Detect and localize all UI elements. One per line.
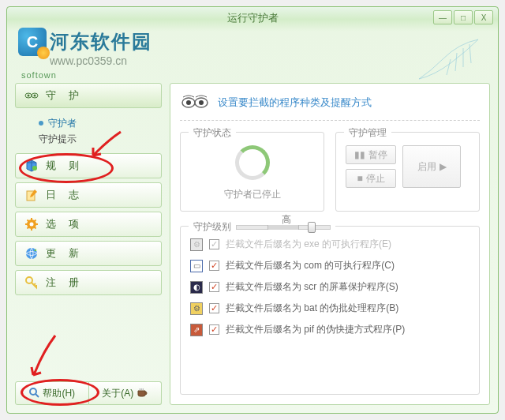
eyes-icon <box>24 88 39 103</box>
key-icon <box>24 275 39 291</box>
nav-label: 日 志 <box>46 188 84 202</box>
checkbox[interactable]: ✓ <box>209 282 219 292</box>
cube-icon <box>24 158 39 174</box>
level-legend-text: 守护级别 <box>193 220 231 234</box>
maximize-button[interactable]: □ <box>454 10 473 24</box>
bullet-icon <box>39 121 43 126</box>
feather-decoration <box>411 36 482 83</box>
rule-text: 拦截文件后缀名为 bat 的伪批处理程序(B) <box>226 302 398 315</box>
nav-guard-subitems: 守护者 守护提示 <box>15 112 162 153</box>
sub-guardian[interactable]: 守护者 <box>39 115 162 131</box>
level-panel: 守护级别 高 ⚙ ✓ 拦截文件后缀名为 exe 的可执行程序(E) ▭ <box>180 226 480 395</box>
note-icon <box>24 187 39 203</box>
panels-row: 守护状态 守护者已停止 守护管理 ▮▮暂停 ■停止 启用▶ <box>180 132 480 212</box>
level-legend: 守护级别 高 <box>189 220 335 234</box>
run-button[interactable]: 启用▶ <box>402 145 461 188</box>
sub-label: 守护者 <box>48 117 77 130</box>
svg-point-4 <box>32 166 37 171</box>
window-title: 运行守护者 <box>227 11 279 25</box>
cup-icon <box>137 387 148 400</box>
spacer <box>15 299 162 381</box>
spinner-icon <box>235 145 270 180</box>
logo-icon: C <box>18 28 47 56</box>
pause-label: 暂停 <box>368 148 387 162</box>
rule-text: 拦截文件后缀名为 scr 的屏幕保护程序(S) <box>226 280 398 294</box>
pause-icon: ▮▮ <box>354 149 365 160</box>
nav-options[interactable]: 选 项 <box>15 212 162 237</box>
magnifier-icon <box>28 387 39 400</box>
rule-exe: ⚙ ✓ 拦截文件后缀名为 exe 的可执行程序(E) <box>190 238 469 251</box>
stop-icon: ■ <box>357 173 362 184</box>
pif-icon: ⇗ <box>190 324 203 336</box>
window-buttons: — □ X <box>433 10 493 24</box>
sidebar: 守 护 守护者 守护提示 规 则 日 志 选 项 更 新 <box>15 83 162 405</box>
bottom-tabs: 帮助(H) 关于(A) <box>15 381 162 405</box>
svg-point-14 <box>199 100 204 105</box>
svg-point-13 <box>186 100 191 105</box>
brand-tag: softown <box>21 70 152 80</box>
scr-icon: ◐ <box>190 281 203 294</box>
exe-icon: ⚙ <box>190 238 203 251</box>
nav-label: 更 新 <box>46 246 84 261</box>
manage-panel: 守护管理 ▮▮暂停 ■停止 启用▶ <box>335 132 480 212</box>
sub-guard-tip[interactable]: 守护提示 <box>39 131 162 147</box>
rule-text: 拦截文件后缀名为 com 的可执行程序(C) <box>226 259 395 272</box>
brand-url: www.pc0359.cn <box>50 54 152 67</box>
about-label: 关于(A) <box>102 387 133 400</box>
nav-update[interactable]: 更 新 <box>15 241 162 266</box>
about-button[interactable]: 关于(A) <box>89 381 163 405</box>
rule-text: 拦截文件后缀名为 exe 的可执行程序(E) <box>226 238 391 251</box>
brand-name: 河东软件园 <box>50 29 152 54</box>
level-mark-high: 高 <box>282 213 291 227</box>
rule-com: ▭ ✓ 拦截文件后缀名为 com 的可执行程序(C) <box>190 259 469 272</box>
help-label: 帮助(H) <box>43 387 75 400</box>
nav-register[interactable]: 注 册 <box>15 270 162 295</box>
level-slider[interactable]: 高 <box>236 225 331 230</box>
app-window: 运行守护者 — □ X C 河东软件园 www.pc0359.cn softow… <box>6 6 499 414</box>
bat-icon: ⚙ <box>190 302 203 315</box>
eyes-large-icon <box>180 93 210 112</box>
gear-icon <box>24 216 39 232</box>
pause-button[interactable]: ▮▮暂停 <box>346 145 396 164</box>
sub-label: 守护提示 <box>39 133 77 146</box>
checkbox[interactable]: ✓ <box>209 261 219 271</box>
status-legend: 守护状态 <box>189 126 236 140</box>
content: 守 护 守护者 守护提示 规 则 日 志 选 项 更 新 <box>7 78 498 413</box>
stop-button[interactable]: ■停止 <box>346 169 396 188</box>
status-body: 守护者已停止 <box>190 141 314 201</box>
nav-label: 选 项 <box>46 217 84 231</box>
manage-body: ▮▮暂停 ■停止 启用▶ <box>346 141 469 188</box>
nav-label: 规 则 <box>46 159 84 173</box>
rule-text: 拦截文件后缀名为 pif 的伪快捷方式程序(P) <box>226 323 405 336</box>
manage-legend: 守护管理 <box>344 126 391 140</box>
svg-point-9 <box>26 277 32 283</box>
help-button[interactable]: 帮助(H) <box>15 381 89 405</box>
rule-scr: ◐ ✓ 拦截文件后缀名为 scr 的屏幕保护程序(S) <box>190 280 469 294</box>
checkbox[interactable]: ✓ <box>209 324 219 335</box>
manage-col-left: ▮▮暂停 ■停止 <box>346 145 396 188</box>
level-handle[interactable] <box>308 222 316 233</box>
svg-point-3 <box>34 95 36 97</box>
svg-point-10 <box>30 388 36 395</box>
main-panel: 设置要拦截的程序种类及提醒方式 守护状态 守护者已停止 守护管理 ▮▮暂停 ■ <box>170 83 490 405</box>
status-panel: 守护状态 守护者已停止 <box>180 132 324 212</box>
rule-pif: ⇗ ✓ 拦截文件后缀名为 pif 的伪快捷方式程序(P) <box>190 323 469 336</box>
nav-logs[interactable]: 日 志 <box>15 182 162 208</box>
nav-guard[interactable]: 守 护 <box>15 83 162 108</box>
close-button[interactable]: X <box>474 10 493 24</box>
main-header: 设置要拦截的程序种类及提醒方式 <box>180 93 480 121</box>
com-icon: ▭ <box>190 260 203 272</box>
nav-label: 守 护 <box>46 88 84 103</box>
stop-label: 停止 <box>366 172 385 186</box>
checkbox[interactable]: ✓ <box>209 303 219 313</box>
header: C 河东软件园 www.pc0359.cn softown <box>7 29 498 78</box>
nav-label: 注 册 <box>46 276 84 290</box>
svg-point-2 <box>28 95 30 97</box>
minimize-button[interactable]: — <box>433 10 452 24</box>
branding: C 河东软件园 www.pc0359.cn softown <box>18 28 152 80</box>
svg-point-7 <box>30 223 34 227</box>
rule-list: ⚙ ✓ 拦截文件后缀名为 exe 的可执行程序(E) ▭ ✓ 拦截文件后缀名为 … <box>190 238 469 336</box>
nav-rules[interactable]: 规 则 <box>15 153 162 178</box>
titlebar: 运行守护者 — □ X <box>7 7 498 29</box>
checkbox[interactable]: ✓ <box>209 239 219 249</box>
